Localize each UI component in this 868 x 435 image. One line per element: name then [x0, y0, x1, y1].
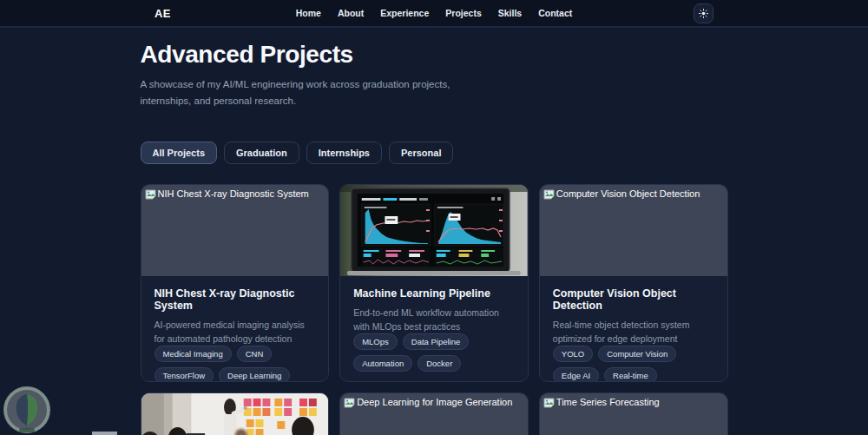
project-title: Computer Vision Object Detection	[553, 287, 714, 312]
project-card-ml-pipeline[interactable]: Machine Learning Pipeline End-to-end ML …	[339, 184, 529, 382]
filter-all-projects[interactable]: All Projects	[141, 142, 218, 164]
project-card-row2-right[interactable]: Time Series Forecasting	[539, 392, 728, 435]
project-card-row2-middle[interactable]: Deep Learning for Image Generation	[339, 392, 529, 435]
navbar: AE Home About Experience Projects Skills…	[0, 0, 868, 28]
project-title: Machine Learning Pipeline	[353, 287, 515, 300]
card-body: NIH Chest X-ray Diagnostic System AI-pow…	[141, 276, 329, 382]
tag: MLOps	[353, 333, 398, 350]
broken-image-alt: Deep Learning for Image Generation	[344, 397, 512, 408]
tag: Computer Vision	[598, 346, 676, 362]
project-title: NIH Chest X-ray Diagnostic System	[155, 287, 316, 312]
projects-grid: NIH Chest X-ray Diagnostic System NIH Ch…	[141, 184, 728, 435]
tag: Deep Learning	[219, 367, 290, 382]
tag: Medical Imaging	[155, 346, 232, 362]
page-subtitle: A showcase of my AI/ML engineering work …	[141, 76, 481, 109]
broken-image-alt: Computer Vision Object Detection	[543, 188, 700, 200]
tag: CNN	[237, 346, 273, 362]
bottom-edge-artifact	[92, 432, 117, 435]
card-body: Computer Vision Object Detection Real-ti…	[540, 276, 727, 382]
nav-link-skills[interactable]: Skills	[498, 8, 522, 18]
project-image-team-meeting	[141, 393, 329, 435]
theme-toggle-button[interactable]	[694, 3, 713, 23]
card-body: Machine Learning Pipeline End-to-end ML …	[340, 276, 528, 382]
project-image-broken: Computer Vision Object Detection	[540, 185, 727, 276]
filter-personal[interactable]: Personal	[389, 142, 453, 164]
filter-internships[interactable]: Internships	[306, 142, 382, 164]
tag: Automation	[353, 355, 412, 372]
project-card-cv-object-detection[interactable]: Computer Vision Object Detection Compute…	[539, 184, 728, 382]
tag: YOLO	[553, 346, 593, 362]
broken-image-icon	[145, 189, 156, 200]
tag: Edge AI	[553, 367, 599, 382]
page-title: Advanced Projects	[141, 41, 728, 69]
watermark-logo	[1, 386, 53, 435]
tag: TensorFlow	[155, 367, 214, 382]
project-tags: Medical Imaging CNN TensorFlow Deep Lear…	[155, 346, 316, 382]
nav-link-projects[interactable]: Projects	[445, 8, 481, 18]
analytics-dashboard-photo	[340, 185, 528, 276]
project-image-broken: Deep Learning for Image Generation	[340, 393, 528, 435]
project-description: End-to-end ML workflow automation with M…	[353, 306, 515, 334]
filter-graduation[interactable]: Graduation	[224, 142, 299, 164]
project-tags: MLOps Data Pipeline Automation Docker	[353, 333, 515, 372]
broken-image-alt: NIH Chest X-ray Diagnostic System	[145, 188, 309, 200]
project-description: Real-time object detection system optimi…	[553, 319, 714, 346]
tag: Data Pipeline	[403, 333, 470, 350]
broken-image-icon	[344, 398, 355, 408]
tag: Docker	[418, 355, 461, 372]
nav-links: Home About Experience Projects Skills Co…	[296, 8, 573, 18]
project-card-nih-chest-xray[interactable]: NIH Chest X-ray Diagnostic System NIH Ch…	[141, 184, 330, 382]
nav-link-about[interactable]: About	[338, 8, 364, 18]
team-meeting-photo	[141, 393, 329, 435]
site-logo[interactable]: AE	[155, 7, 171, 20]
nav-link-contact[interactable]: Contact	[538, 8, 572, 18]
project-image-analytics-dashboard	[340, 185, 528, 276]
nav-link-experience[interactable]: Experience	[380, 8, 429, 18]
sun-icon	[699, 9, 708, 18]
project-description: AI-powered medical imaging analysis for …	[155, 319, 316, 346]
project-card-row2-left[interactable]	[141, 392, 330, 435]
project-image-broken: NIH Chest X-ray Diagnostic System	[141, 185, 329, 276]
project-image-broken: Time Series Forecasting	[540, 393, 727, 435]
broken-image-icon	[543, 398, 555, 408]
main-content: Advanced Projects A showcase of my AI/ML…	[141, 41, 728, 435]
nav-link-home[interactable]: Home	[296, 8, 321, 18]
broken-image-alt: Time Series Forecasting	[543, 397, 660, 408]
project-filters: All Projects Graduation Internships Pers…	[141, 142, 728, 164]
project-tags: YOLO Computer Vision Edge AI Real-time	[553, 346, 714, 382]
tag: Real-time	[604, 367, 657, 382]
broken-image-icon	[543, 189, 555, 200]
